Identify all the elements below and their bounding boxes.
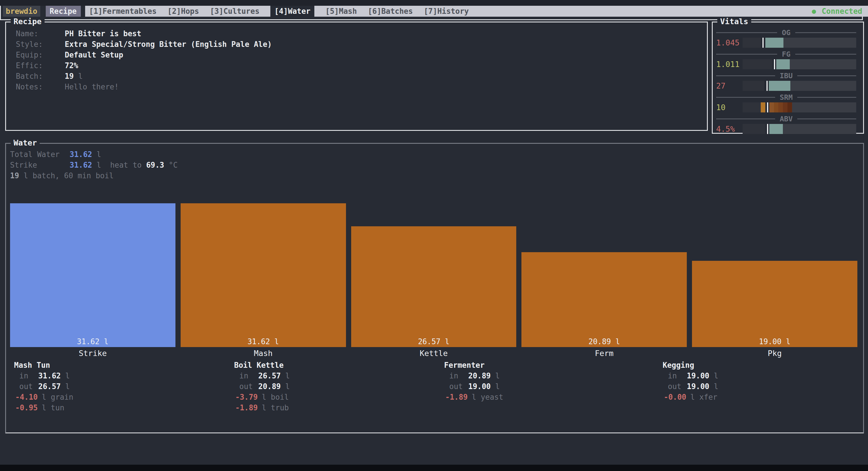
vital-gauge [743,38,856,48]
separator-line [716,75,775,76]
recipe-panel: Recipe Name:PH Bitter is bestStyle:Extra… [5,22,708,131]
stage-loss-row: -1.89l trub [230,403,290,413]
view-tab-recipe[interactable]: Recipe [46,6,81,17]
srm-color-swatch [761,102,765,113]
recipe-fields: Name:PH Bitter is bestStyle:Extra Specia… [6,23,707,92]
stage-kegging: Keggingin19.00 lout19.00 l-0.00l xfer [659,360,718,403]
vital-separator: FG [716,50,856,58]
water-volume-bar-chart: 31.62 l31.62 l26.57 l20.89 l19.00 l [10,203,857,347]
stage-loss-value: -0.95 [15,403,38,413]
srm-range-band [783,102,787,113]
stage-mash-tun: Mash Tunin31.62 lout26.57 l-4.10l grain-… [10,360,73,413]
vital-value: 4.5% [716,124,743,134]
recipe-field-label: Notes: [16,83,65,91]
separator-line [716,54,777,55]
stage-io-unit: l [709,381,718,392]
vital-ibu: IBU27 [716,72,856,91]
vital-separator: OG [716,29,856,36]
batch-note: l batch, 60 min boil [19,171,114,180]
stage-io-key: in [449,371,468,381]
total-water-label: Total Water [10,150,70,159]
tab-2hops[interactable]: [2]Hops [167,6,199,17]
water-summary: Total Water31.62 l Strike31.62 l heat to… [10,149,178,181]
stage-io-value: 19.00 [687,371,709,381]
tab-4water[interactable]: [4]Water [270,6,314,17]
stage-loss-value: -4.10 [15,392,38,403]
tab-bar: brewdio Recipe [1]Fermentables[2]Hops[3]… [0,6,868,17]
stage-io-unit: l [281,371,290,381]
bar-category-label: Pkg [692,349,857,359]
srm-range-band [774,102,779,113]
stage-loss-value: -3.79 [235,392,258,403]
strike-temp-unit: °C [164,161,178,169]
total-water-unit: l [92,150,101,159]
separator-line [716,32,777,33]
vital-abv: ABV4.5% [716,115,856,134]
vital-gauge [743,124,856,134]
recipe-field-value: Hello there! [65,83,119,91]
stage-io-key: out [449,381,468,392]
vital-label: IBU [780,72,793,80]
vital-gauge [743,81,856,91]
gauge-marker [774,59,775,69]
recipe-field-row: Name:PH Bitter is best [16,28,707,39]
srm-range-band [769,102,774,113]
vital-separator: IBU [716,72,856,80]
tab-5mash[interactable]: [5]Mash [325,6,357,17]
stage-io-unit: l [491,381,500,392]
stage-loss-desc: l grain [42,392,73,403]
recipe-field-value: 72% [65,61,78,70]
stage-io-row: out20.89 l [230,381,290,392]
stage-io-value: 19.00 [687,381,709,392]
tab-7history[interactable]: [7]History [424,6,469,17]
separator-line [797,97,856,98]
separator-line [797,75,856,76]
tab-1fermentables[interactable]: [1]Fermentables [89,6,157,17]
srm-range-band [778,102,783,113]
stage-io-unit: l [61,371,70,381]
tab-3cultures[interactable]: [3]Cultures [210,6,259,17]
style-range-band [769,81,790,91]
vital-separator: SRM [716,93,856,101]
gauge-marker [767,81,768,91]
gauge-track-dark [743,38,761,48]
volume-bar-pkg: 19.00 l [692,261,857,347]
batch-note-row: 19 l batch, 60 min boil [10,170,178,181]
strike-unit: l [92,161,101,169]
stage-io-key: in [19,371,38,381]
stage-io-value: 19.00 [468,381,491,392]
vital-fg: FG1.011 [716,50,856,69]
recipe-field-row: Style:Extra Special/Strong Bitter (Engli… [16,39,707,50]
vital-value: 1.045 [716,38,743,48]
vital-value: 1.011 [716,59,743,69]
tab-6batches[interactable]: [6]Batches [368,6,413,17]
bar-value-label: 26.57 l [418,337,450,346]
app-brand: brewdio [3,6,40,17]
recipe-field-value: Default Setup [65,51,123,59]
vital-label: OG [782,28,790,37]
vitals-panel-title: Vitals [717,17,751,26]
stage-fermenter: Fermenterin20.89 lout19.00 l-1.89l yeast [440,360,503,403]
stage-io-row: in31.62 l [10,371,73,381]
bar-value-label: 31.62 l [247,337,279,346]
srm-range-band [787,102,792,113]
bar-category-label: Kettle [351,349,517,359]
stage-io-row: in20.89 l [440,371,503,381]
strike-value: 31.62 [70,161,92,169]
stage-io-key: out [239,381,258,392]
vitals-panel: Vitals OG1.045FG1.011IBU27SRM10ABV4.5% [712,22,864,134]
gauge-track-dark [743,81,764,91]
vital-label: ABV [780,115,793,123]
volume-bar-strike: 31.62 l [10,203,176,347]
stage-io-key: in [668,371,687,381]
stage-io-value: 20.89 [468,371,491,381]
strike-row: Strike31.62 l heat to 69.3 °C [10,160,178,170]
stage-io-unit: l [61,381,70,392]
recipe-field-unit: l [74,72,83,81]
strike-label: Strike [10,161,70,169]
strike-temp-value: 69.3 [146,161,164,169]
stage-loss-value: -0.00 [664,392,686,403]
recipe-panel-title: Recipe [11,17,44,26]
gauge-track-dark [743,102,761,113]
heat-to-label: heat to [101,161,146,169]
